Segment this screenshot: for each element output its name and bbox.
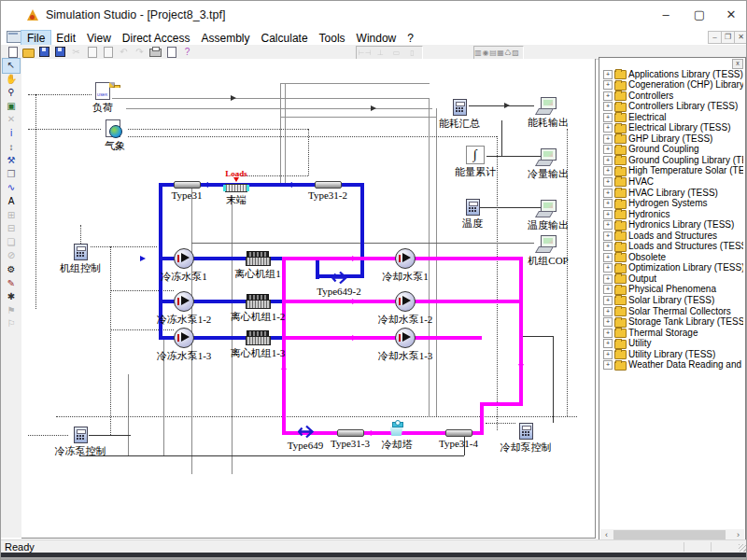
energy-output-plotter[interactable]: 能耗输出 xyxy=(537,97,559,115)
tree-item-obsolete[interactable]: +Obsolete xyxy=(601,251,743,262)
fluid-pipe[interactable] xyxy=(360,183,364,278)
tree-item-loads-and-structures[interactable]: +Loads and Structures xyxy=(601,230,743,241)
weather-data[interactable]: 气象 xyxy=(106,119,124,138)
tree-item-electrical-library-tess[interactable]: +Electrical Library (TESS) xyxy=(601,122,743,133)
chiller-1-3[interactable]: 离心机组1-3 xyxy=(246,330,271,345)
mdi-close-button[interactable]: ✕ xyxy=(734,31,747,44)
text-tool-icon[interactable]: A xyxy=(3,195,20,209)
temperature-output-plotter[interactable]: 温度输出 xyxy=(537,200,559,217)
tree-item-hydrogen-systems[interactable]: +Hydrogen Systems xyxy=(601,198,743,209)
pipe-type31-2[interactable]: Type31-2 xyxy=(315,181,342,189)
expand-icon[interactable]: + xyxy=(603,70,613,79)
tree-item-solar-library-tess[interactable]: +Solar Library (TESS) xyxy=(601,294,743,305)
snapshot-tool-icon[interactable]: ▣ xyxy=(3,100,20,114)
cooling-output-plotter[interactable]: 冷量输出 xyxy=(537,148,559,166)
unit-control-calc[interactable]: 机组控制 xyxy=(74,244,88,260)
tree-item-ground-coupling-library-tess[interactable]: +Ground Coupling Library (TESS) xyxy=(601,154,743,165)
unit-cop-plotter[interactable]: 机组COP xyxy=(537,235,559,253)
expand-icon[interactable]: + xyxy=(603,91,613,101)
diverter-type649-2[interactable]: Type649-2 xyxy=(331,271,347,285)
pan-tool-icon[interactable]: ✋ xyxy=(3,73,20,87)
close-button[interactable]: ✕ xyxy=(714,1,747,28)
tree-item-utility[interactable]: +Utility xyxy=(601,338,743,349)
new-file-icon[interactable] xyxy=(5,46,21,58)
tree-item-weather-data-reading-and-process[interactable]: +Weather Data Reading and Process xyxy=(601,359,743,371)
expand-icon[interactable]: + xyxy=(603,317,613,327)
expand-icon[interactable]: + xyxy=(603,263,613,273)
show-locks-icon[interactable]: ▤ xyxy=(489,47,497,59)
energy-summary-calc[interactable]: 能耗汇总 xyxy=(453,99,467,116)
expand-icon[interactable]: + xyxy=(603,274,613,284)
mdi-restore-button[interactable]: ❐ xyxy=(721,31,735,44)
tree-item-hvac[interactable]: +HVAC xyxy=(601,175,743,187)
terminal-unit[interactable]: 末端Loads xyxy=(225,184,247,192)
chiller-1[interactable]: 离心机组1 xyxy=(246,251,271,266)
tree-item-electrical[interactable]: +Electrical xyxy=(601,111,743,122)
expand-icon[interactable]: + xyxy=(603,145,613,154)
expand-icon[interactable]: + xyxy=(603,199,613,208)
stamp-tool-icon[interactable]: ❐ xyxy=(3,168,20,182)
chiller-1-2[interactable]: 离心机组1-2 xyxy=(246,294,271,309)
tree-item-high-temperature-solar-tess[interactable]: +High Temperature Solar (TESS) xyxy=(601,165,743,176)
mdi-minimize-button[interactable]: – xyxy=(708,31,722,44)
pipe-type31-3[interactable]: Type31-3 xyxy=(337,429,364,437)
expand-icon[interactable]: + xyxy=(603,156,613,165)
resize-grip[interactable] xyxy=(739,544,746,552)
draw-tool-icon[interactable]: ✎ xyxy=(3,277,20,291)
link-tool-icon[interactable]: ∿ xyxy=(3,181,20,195)
chilled-pump-control-calc[interactable]: 冷冻泵控制 xyxy=(74,427,88,443)
expand-icon[interactable]: + xyxy=(603,113,613,122)
expand-icon[interactable]: + xyxy=(603,360,613,370)
sort-tool-icon[interactable]: ↕ xyxy=(3,141,20,155)
tree-item-hydronics-library-tess[interactable]: +Hydronics Library (TESS) xyxy=(601,219,743,231)
expand-icon[interactable]: + xyxy=(603,242,613,251)
help-icon[interactable]: ? xyxy=(179,46,195,58)
temperature-calc[interactable]: 温度 xyxy=(466,199,480,216)
save-icon[interactable] xyxy=(36,46,52,58)
pipe-type31-4[interactable]: Type31-4 xyxy=(445,429,472,437)
chilled-pump-1[interactable]: 冷冻水泵1 xyxy=(174,248,194,269)
expand-icon[interactable]: + xyxy=(603,296,613,305)
info-tool-icon[interactable]: i xyxy=(3,127,20,141)
cooling-tower[interactable]: 冷却塔 xyxy=(390,422,404,437)
print-preview-icon[interactable] xyxy=(163,46,179,58)
cooling-pump-control-calc[interactable]: 冷却泵控制 xyxy=(519,423,533,440)
tree-item-utility-library-tess[interactable]: +Utility Library (TESS) xyxy=(601,348,743,359)
maximize-button[interactable]: ▢ xyxy=(683,1,716,28)
expand-icon[interactable]: + xyxy=(603,177,613,187)
expand-icon[interactable]: + xyxy=(603,123,613,133)
expand-icon[interactable]: + xyxy=(603,166,613,175)
tree-item-thermal-storage[interactable]: +Thermal Storage xyxy=(601,327,743,338)
settings-tool-icon[interactable]: ⚙ xyxy=(3,263,20,277)
expand-icon[interactable]: + xyxy=(603,253,613,262)
expand-icon[interactable]: + xyxy=(603,285,613,294)
cooling-pump-1[interactable]: 冷却水泵1 xyxy=(395,248,416,269)
expand-icon[interactable]: + xyxy=(603,134,613,144)
document-icon[interactable] xyxy=(7,31,21,43)
tree-item-cogeneration-chp-library-tess[interactable]: +Cogeneration (CHP) Library (TESS) xyxy=(601,79,743,91)
expand-icon[interactable]: + xyxy=(603,307,613,316)
expand-icon[interactable]: + xyxy=(603,329,613,338)
load-data-file[interactable]: USER负荷 xyxy=(95,82,110,100)
cooling-pump-1-2[interactable]: 冷却水泵1-2 xyxy=(395,291,416,312)
expand-icon[interactable]: + xyxy=(603,189,613,198)
tree-item-output[interactable]: +Output xyxy=(601,273,743,284)
tree-item-hydronics[interactable]: +Hydronics xyxy=(601,208,743,219)
tree-item-optimization-library-tess[interactable]: +Optimization Library (TESS) xyxy=(601,262,743,273)
tree-item-ghp-library-tess[interactable]: +GHP Library (TESS) xyxy=(601,133,743,144)
show-ports-icon[interactable]: ◉ xyxy=(482,47,489,59)
tree-item-solar-thermal-collectors[interactable]: +Solar Thermal Collectors xyxy=(601,305,743,316)
open-file-icon[interactable] xyxy=(21,46,36,58)
cooling-pump-1-3[interactable]: 冷却水泵1-3 xyxy=(395,328,416,348)
save-all-icon[interactable] xyxy=(52,46,68,58)
fluid-pipe[interactable] xyxy=(519,257,523,406)
tree-item-controllers[interactable]: +Controllers xyxy=(601,90,743,101)
diverter-type649[interactable]: Type649 xyxy=(298,425,314,439)
macro-tool-icon[interactable]: ✱ xyxy=(3,290,20,304)
tree-item-applications-library-tess[interactable]: +Applications Library (TESS) xyxy=(601,68,743,79)
expand-icon[interactable]: + xyxy=(603,210,613,219)
project-canvas[interactable]: USER负荷气象Type31末端LoadsType31-2能耗汇总能耗输出∫能量… xyxy=(21,59,596,539)
energy-integrator[interactable]: ∫能量累计 xyxy=(466,146,485,164)
tree-item-physical-phenomena[interactable]: +Physical Phenomena xyxy=(601,284,743,295)
fluid-pipe[interactable] xyxy=(480,402,523,406)
